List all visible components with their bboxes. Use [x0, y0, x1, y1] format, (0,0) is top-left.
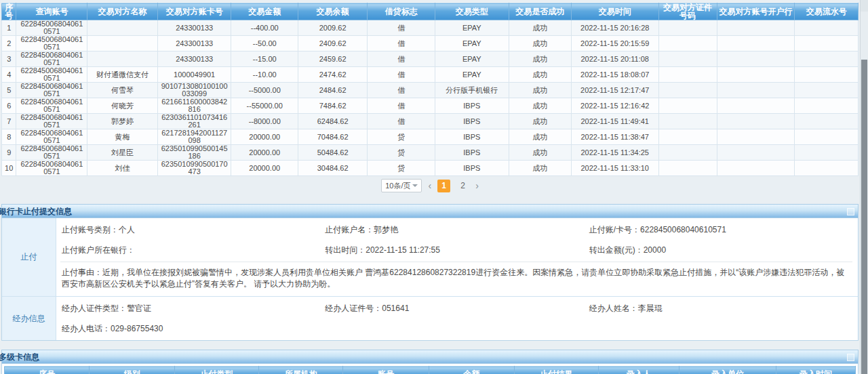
table-cell [717, 83, 795, 98]
page-button-1[interactable]: 1 [437, 180, 450, 192]
field-stop-reason: 止付事由：近期，我单位在接报刘妮被骗警情中，发现涉案人员利用贵单位相关账户 曹鸿… [60, 262, 852, 295]
collapse-icon[interactable] [847, 208, 854, 215]
stop-payment-panel-header[interactable]: 银行卡止付提交信息 [1, 204, 859, 218]
table-cell: 成功 [509, 36, 571, 51]
table-cell: 成功 [509, 67, 571, 83]
table-cell: 7484.62 [298, 98, 367, 114]
table-cell: 成功 [509, 129, 571, 145]
table-cell: 10 [2, 161, 16, 176]
table-cell: 62484.62 [298, 114, 367, 129]
column-header: 录入时间 [776, 367, 856, 374]
table-cell: 2022-11-15 20:15:59 [571, 36, 658, 51]
column-header: 交易对方账号开户行 [717, 3, 795, 20]
table-cell: 何雪琴 [87, 83, 158, 98]
transactions-body: 16228450068040610571243300133--400.00200… [2, 20, 859, 176]
table-cell: 成功 [509, 83, 571, 98]
column-header: 录入人 [598, 367, 679, 374]
column-header: 交易余额 [298, 3, 367, 20]
table-cell: 借 [368, 20, 435, 36]
table-cell: 郭梦婷 [87, 114, 158, 129]
table-cell [658, 145, 717, 161]
table-cell [717, 36, 795, 51]
table-cell [658, 67, 717, 83]
table-cell: 借 [368, 83, 435, 98]
table-cell: IBPS [435, 161, 509, 176]
table-cell: 6217281942001127098 [157, 129, 231, 145]
table-cell: 6235010990500145186 [157, 145, 231, 161]
table-cell [795, 36, 859, 51]
table-cell: IBPS [435, 129, 509, 145]
table-row[interactable]: 36228450068040610571243300133--15.002459… [2, 51, 859, 67]
table-cell: 何晓芳 [87, 98, 158, 114]
column-header: 交易类型 [435, 3, 509, 20]
table-cell [795, 114, 859, 129]
table-cell: 6228450068040610571 [16, 51, 87, 67]
multi-card-header-row: 序号级别止付类型所属机构账号余额止付结果录入人录入单位录入时间 [5, 367, 856, 374]
table-cell: 9010713080100100033099 [157, 83, 231, 98]
stop-payment-panel-body: 止付 止付账号类别：个人 止付账户名：郭梦艳 止付账/卡号：6228450068… [1, 218, 859, 341]
table-cell: 分行版手机银行 [435, 83, 509, 98]
table-cell: 成功 [509, 114, 571, 129]
chevron-down-icon [412, 184, 418, 187]
column-header: 所属机构 [259, 367, 343, 374]
table-cell: 243300133 [157, 36, 231, 51]
table-row[interactable]: 76228450068040610571郭梦婷62303611010734162… [2, 114, 859, 129]
page-size-value: 10条/页 [385, 181, 410, 191]
table-cell: 9 [2, 145, 16, 161]
table-row[interactable]: 96228450068040610571刘星臣62350109905001451… [2, 145, 859, 161]
table-row[interactable]: 106228450068040610571刘佳62350109905001704… [2, 161, 859, 176]
table-cell: 1 [2, 20, 16, 36]
table-cell: --400.00 [231, 20, 298, 36]
prev-page-button[interactable]: ‹ [428, 180, 431, 192]
table-cell: 6 [2, 98, 16, 114]
table-cell: IBPS [435, 145, 509, 161]
table-cell: --55000.00 [231, 98, 298, 114]
page-button-2[interactable]: 2 [456, 180, 469, 192]
table-cell: 借 [368, 51, 435, 67]
column-header: 交易流水号 [795, 3, 859, 20]
table-cell: 20000.00 [231, 145, 298, 161]
table-cell: 借 [368, 98, 435, 114]
table-cell: --10.00 [231, 67, 298, 83]
table-cell [795, 67, 859, 83]
table-row[interactable]: 16228450068040610571243300133--400.00200… [2, 20, 859, 36]
collapse-icon[interactable] [847, 354, 854, 361]
table-row[interactable]: 66228450068040610571何晓芳62166116000038428… [2, 98, 859, 114]
table-row[interactable]: 26228450068040610571243300133--50.002409… [2, 36, 859, 51]
field-stop-account-name: 止付账户名：郭梦艳 [325, 224, 589, 236]
scrollbar[interactable] [860, 0, 868, 374]
table-cell: 2022-11-15 11:49:41 [571, 114, 658, 129]
table-cell: --8000.00 [231, 114, 298, 129]
table-cell: 财付通微信支付 [87, 67, 158, 83]
table-cell: 2022-11-15 11:38:47 [571, 129, 658, 145]
table-cell: --5000.00 [231, 83, 298, 98]
table-cell: 成功 [509, 98, 571, 114]
scrollbar-thumb[interactable] [861, 60, 867, 374]
column-header: 序号 [5, 367, 90, 374]
table-cell [795, 145, 859, 161]
table-cell: 2022-11-15 12:16:42 [571, 98, 658, 114]
table-cell: EPAY [435, 67, 509, 83]
table-cell [658, 129, 717, 145]
transactions-header-row: 序号查询账号交易对方名称交易对方账卡号交易金额交易余额借贷标志交易类型交易是否成… [2, 3, 859, 20]
field-stop-account-type: 止付账号类别：个人 [62, 224, 325, 236]
table-row[interactable]: 56228450068040610571何雪琴90107130801001000… [2, 83, 859, 98]
panel-title: 多级卡信息 [0, 352, 39, 362]
table-cell: 4 [2, 67, 16, 83]
scrollbar-up-button[interactable] [861, 0, 868, 12]
column-header: 余额 [429, 367, 514, 374]
multi-card-panel-header[interactable]: 多级卡信息 [1, 350, 859, 364]
table-cell: 50484.62 [298, 145, 367, 161]
table-row[interactable]: 46228450068040610571财付通微信支付1000049901--1… [2, 67, 859, 83]
table-cell: 刘星臣 [87, 145, 158, 161]
table-cell: 6230361101073416261 [157, 114, 231, 129]
page-size-select[interactable]: 10条/页 [381, 179, 422, 192]
next-page-button[interactable]: › [475, 180, 479, 192]
table-cell: 6216611600003842816 [157, 98, 231, 114]
table-cell: 6228450068040610571 [16, 20, 87, 36]
column-header: 录入单位 [679, 367, 776, 374]
table-cell [717, 114, 795, 129]
table-cell: 成功 [509, 145, 571, 161]
table-row[interactable]: 86228450068040610571黄梅621728194200112709… [2, 129, 859, 145]
table-cell: 2459.62 [298, 51, 367, 67]
